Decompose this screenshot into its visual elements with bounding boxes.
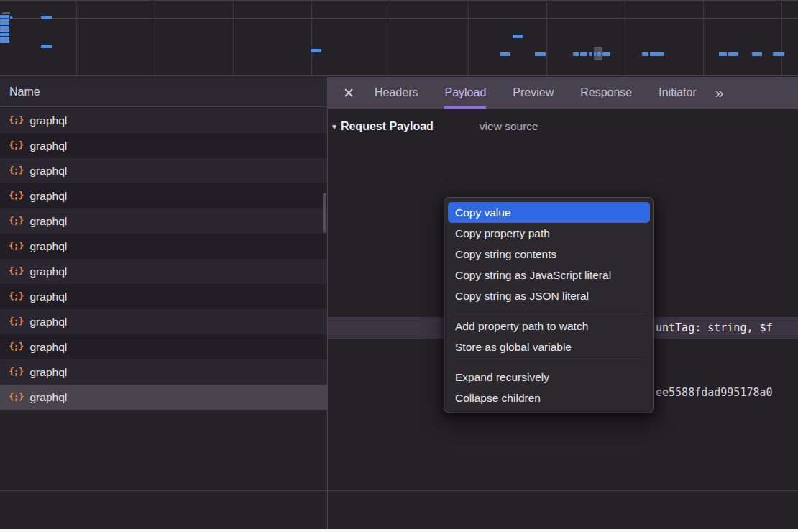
close-icon[interactable]: ✕	[340, 85, 357, 101]
tab-response[interactable]: Response	[580, 77, 632, 109]
overview-request-bar	[580, 52, 587, 56]
overview-request-bar	[0, 26, 9, 29]
menu-item-add-property-path-to-watch[interactable]: Add property path to watch	[448, 316, 650, 336]
json-preview-fragment: ee5588fdad995178a0	[656, 382, 773, 403]
json-file-icon: {;}	[9, 165, 23, 175]
overview-request-bar	[650, 52, 664, 56]
overview-request-bar	[0, 19, 9, 22]
network-overview-timeline[interactable]	[0, 1, 798, 76]
request-row[interactable]: {;}graphql	[0, 259, 327, 284]
json-file-icon: {;}	[9, 265, 23, 276]
request-row[interactable]: {;}graphql	[0, 385, 327, 410]
request-row[interactable]: {;}graphql	[0, 309, 327, 334]
overview-request-bar	[594, 52, 596, 56]
detail-tabbar: ✕ HeadersPayloadPreviewResponseInitiator…	[328, 77, 798, 109]
tab-preview[interactable]: Preview	[513, 77, 554, 109]
menu-item-expand-recursively[interactable]: Expand recursively	[448, 367, 650, 387]
request-row[interactable]: {;}graphql	[0, 334, 327, 359]
overview-request-bar	[0, 29, 9, 32]
overview-request-bar	[728, 52, 738, 56]
json-file-icon: {;}	[9, 316, 23, 326]
overview-request-bar	[719, 52, 727, 56]
request-payload-section-header[interactable]: ▼ Request Payload view source	[331, 120, 538, 133]
overview-request-bar	[513, 35, 523, 38]
context-menu: Copy valueCopy property pathCopy string …	[444, 197, 654, 413]
overview-gridline	[155, 1, 155, 75]
overview-request-bar	[573, 52, 579, 56]
overview-lane-divider	[0, 18, 798, 19]
request-name: graphql	[29, 391, 67, 404]
column-header-label: Name	[9, 86, 40, 98]
overview-gridline	[390, 1, 390, 75]
panel-resize-divider[interactable]	[327, 77, 328, 529]
collapse-section-triangle-icon[interactable]: ▼	[331, 123, 338, 131]
json-file-icon: {;}	[9, 215, 23, 226]
request-row[interactable]: {;}graphql	[0, 133, 327, 158]
json-file-icon: {;}	[9, 190, 23, 201]
request-row[interactable]: {;}graphql	[0, 108, 327, 133]
request-row[interactable]: {;}graphql	[0, 359, 327, 385]
tab-payload[interactable]: Payload	[444, 77, 486, 109]
request-name: graphql	[29, 190, 67, 203]
menu-item-copy-value[interactable]: Copy value	[448, 202, 650, 223]
overview-request-bar	[602, 52, 610, 56]
menu-item-copy-string-as-javascript-literal[interactable]: Copy string as JavaScript literal	[448, 265, 650, 285]
json-file-icon: {;}	[9, 341, 23, 352]
json-file-icon: {;}	[9, 240, 23, 251]
overview-request-bar	[0, 22, 9, 25]
overview-request-bar	[41, 16, 52, 19]
column-header-name[interactable]: Name	[0, 77, 327, 107]
request-row[interactable]: {;}graphql	[0, 183, 327, 208]
request-name: graphql	[29, 215, 67, 228]
overview-request-bar	[0, 37, 9, 40]
json-file-icon: {;}	[9, 114, 23, 125]
overview-request-bar	[2, 12, 10, 14]
devtools-network-panel: Name {;}graphql{;}graphql{;}graphql{;}gr…	[0, 0, 798, 532]
json-file-icon: {;}	[9, 366, 23, 377]
request-row[interactable]: {;}graphql	[0, 158, 327, 183]
tab-initiator[interactable]: Initiator	[659, 77, 696, 109]
overview-request-bar	[642, 52, 648, 56]
overview-request-bar	[535, 52, 546, 56]
menu-item-copy-string-contents[interactable]: Copy string contents	[448, 244, 650, 265]
json-file-icon: {;}	[9, 290, 23, 301]
request-row[interactable]: {;}graphql	[0, 284, 327, 309]
overview-request-bar	[10, 16, 12, 19]
overview-request-bar	[0, 40, 9, 43]
overview-gridline	[625, 1, 625, 75]
overview-request-bar	[500, 52, 510, 56]
more-tabs-icon[interactable]: »	[715, 84, 723, 101]
menu-item-copy-string-as-json-literal[interactable]: Copy string as JSON literal	[448, 285, 650, 306]
overview-gridline	[468, 1, 469, 75]
view-source-link[interactable]: view source	[480, 120, 538, 133]
request-payload-title: Request Payload	[341, 120, 434, 133]
overview-gridline	[311, 1, 312, 75]
request-name: graphql	[29, 139, 67, 152]
overview-request-bar	[773, 52, 784, 56]
request-row[interactable]: {;}graphql	[0, 208, 327, 234]
menu-item-store-as-global-variable[interactable]: Store as global variable	[448, 336, 650, 357]
request-list: {;}graphql{;}graphql{;}graphql{;}graphql…	[0, 108, 327, 410]
request-row[interactable]: {;}graphql	[0, 234, 327, 259]
scrollbar-thumb[interactable]	[323, 193, 326, 233]
overview-request-bar	[597, 52, 601, 56]
json-file-icon: {;}	[9, 391, 23, 402]
request-name: graphql	[29, 265, 67, 278]
window-bottom-edge	[0, 529, 798, 532]
overview-request-bar	[589, 52, 592, 56]
request-name: graphql	[29, 240, 67, 253]
overview-gridline	[233, 1, 234, 75]
overview-request-bar	[0, 33, 9, 36]
requests-panel: Name {;}graphql{;}graphql{;}graphql{;}gr…	[0, 77, 327, 529]
menu-item-collapse-children[interactable]: Collapse children	[448, 387, 650, 408]
request-name: graphql	[29, 165, 67, 178]
overview-gridline	[703, 1, 704, 75]
tab-headers[interactable]: Headers	[375, 77, 418, 109]
menu-item-copy-property-path[interactable]: Copy property path	[448, 223, 650, 244]
menu-separator	[451, 362, 646, 362]
request-name: graphql	[29, 114, 67, 127]
request-name: graphql	[29, 366, 67, 379]
summary-bar-divider	[0, 490, 798, 491]
detail-tabs: HeadersPayloadPreviewResponseInitiator	[375, 77, 697, 109]
overview-request-bar	[41, 45, 52, 48]
